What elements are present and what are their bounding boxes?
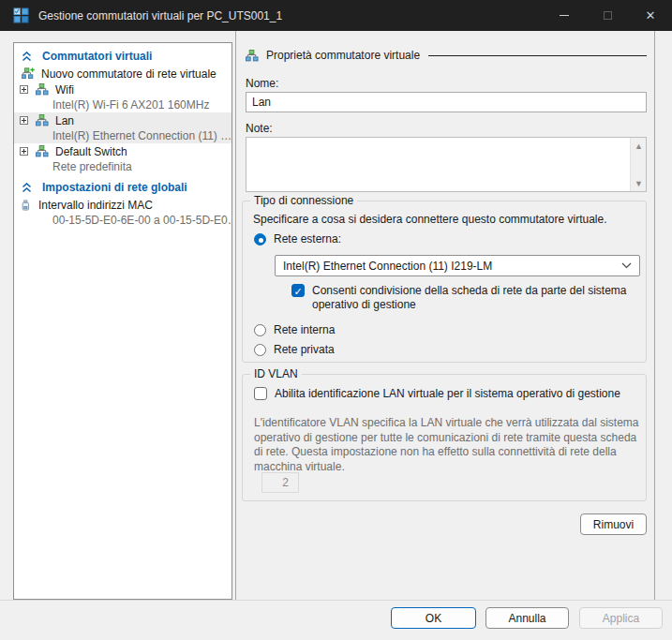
maximize-icon [604, 11, 612, 20]
external-network-radio[interactable]: Rete esterna: [254, 232, 341, 246]
section-header-virtual-switches[interactable]: Commutatori virtuali [14, 46, 231, 66]
external-network-label: Rete esterna: [274, 232, 341, 246]
scroll-up-icon[interactable]: ▲ [631, 139, 647, 153]
pane-right-edge [654, 31, 655, 600]
notes-textarea[interactable]: ▲ ▼ [246, 137, 647, 192]
close-button[interactable]: ✕ [629, 0, 672, 31]
section-rule [428, 55, 647, 56]
private-network-label: Rete privata [274, 343, 335, 356]
cancel-button[interactable]: Annulla [485, 607, 569, 629]
properties-section-title: Proprietà commutatore virtuale [266, 49, 420, 62]
internal-network-radio[interactable]: Rete interna [254, 323, 335, 336]
apply-button: Applica [579, 607, 663, 629]
checkbox-icon[interactable] [291, 284, 305, 297]
switch-list: Commutatori virtuali Nuovo commutatore d… [13, 42, 232, 600]
private-network-radio[interactable]: Rete privata [254, 343, 335, 356]
collapse-chevrons-icon [22, 183, 32, 193]
new-switch-icon [22, 67, 35, 80]
sidebar-item-default-switch[interactable]: Default Switch [14, 143, 231, 159]
notes-scrollbar[interactable]: ▲ ▼ [630, 138, 646, 191]
connection-group-title: Tipo di connessione [250, 194, 357, 207]
vlan-id-group: ID VLAN Abilita identificazione LAN virt… [242, 374, 647, 501]
virtual-switch-manager-window: Gestione commutatori virtuali per PC_UTS… [0, 0, 672, 640]
sidebar-item-new-switch[interactable]: Nuovo commutatore di rete virtuale [14, 66, 231, 82]
internal-network-label: Rete interna [274, 323, 335, 336]
network-adapter-value: Intel(R) Ethernet Connection (11) I219-L… [283, 260, 621, 273]
window-title: Gestione commutatori virtuali per PC_UTS… [38, 9, 282, 22]
sidebar-item-label: Lan [55, 114, 74, 127]
properties-section-header: Proprietà commutatore virtuale [246, 49, 647, 62]
enable-vlan-checkbox-row[interactable]: Abilita identificazione LAN virtuale per… [254, 387, 638, 401]
switch-icon [36, 145, 49, 157]
name-label: Nome: [246, 77, 278, 90]
close-icon: ✕ [646, 9, 656, 22]
scroll-down-icon[interactable]: ▼ [631, 176, 647, 190]
minimize-icon [560, 15, 569, 16]
connection-description: Specificare a cosa si desidera connetter… [253, 213, 607, 226]
switch-icon [36, 83, 49, 96]
vlan-description: L'identificatore VLAN specifica la LAN v… [254, 416, 642, 474]
sidebar-item-label: Intervallo indirizzi MAC [38, 199, 153, 212]
ok-button[interactable]: OK [391, 607, 476, 629]
sidebar-item-label: Wifi [55, 83, 74, 97]
remove-button[interactable]: Rimuovi [580, 513, 647, 535]
sidebar-item-sublabel: Intel(R) Wi-Fi 6 AX201 160MHz [14, 97, 231, 112]
share-adapter-checkbox-row[interactable]: Consenti condivisione della scheda di re… [291, 284, 640, 312]
vlan-group-title: ID VLAN [250, 367, 302, 380]
radio-icon[interactable] [254, 344, 266, 356]
chevron-down-icon [621, 262, 632, 269]
sidebar-item-label: Nuovo commutatore di rete virtuale [41, 67, 217, 81]
sidebar-item-lan[interactable]: Lan Intel(R) Ethernet Connection (11) … [14, 112, 231, 143]
network-adapter-icon [22, 199, 32, 212]
virtual-switch-manager-icon [13, 7, 29, 23]
expand-icon[interactable] [20, 147, 28, 156]
section-header-global-settings[interactable]: Impostazioni di rete globali [14, 177, 231, 197]
expand-icon[interactable] [20, 116, 28, 125]
vlan-id-input: 2 [261, 472, 299, 493]
network-adapter-dropdown[interactable]: Intel(R) Ethernet Connection (11) I219-L… [275, 255, 640, 276]
notes-label: Note: [246, 122, 273, 135]
sidebar-item-mac-range[interactable]: Intervallo indirizzi MAC [14, 197, 231, 213]
share-adapter-label: Consenti condivisione della scheda di re… [312, 284, 640, 312]
pane-divider [235, 31, 236, 600]
sidebar-item-label: Default Switch [55, 145, 127, 158]
switch-icon [246, 50, 259, 62]
section-header-label: Impostazioni di rete globali [42, 181, 187, 194]
sidebar-item-sublabel: 00-15-5D-E0-6E-00 a 00-15-5D-E0… [14, 213, 231, 228]
minimize-button[interactable] [543, 0, 586, 31]
maximize-button [586, 0, 629, 31]
radio-icon[interactable] [254, 233, 266, 246]
radio-icon[interactable] [254, 324, 266, 336]
connection-type-group: Tipo di connessione Specificare a cosa s… [242, 201, 647, 363]
expand-icon[interactable] [20, 85, 28, 94]
section-header-label: Commutatori virtuali [42, 50, 152, 63]
titlebar: Gestione commutatori virtuali per PC_UTS… [0, 0, 672, 31]
switch-icon [36, 114, 49, 127]
sidebar-item-sublabel: Intel(R) Ethernet Connection (11) … [14, 128, 231, 143]
footer-divider [0, 600, 672, 601]
checkbox-icon[interactable] [254, 387, 267, 400]
sidebar-item-sublabel: Rete predefinita [14, 159, 231, 174]
collapse-chevrons-icon [22, 52, 32, 62]
enable-vlan-label: Abilita identificazione LAN virtuale per… [275, 387, 620, 401]
sidebar-item-wifi[interactable]: Wifi [14, 82, 231, 97]
name-input[interactable] [246, 92, 647, 112]
